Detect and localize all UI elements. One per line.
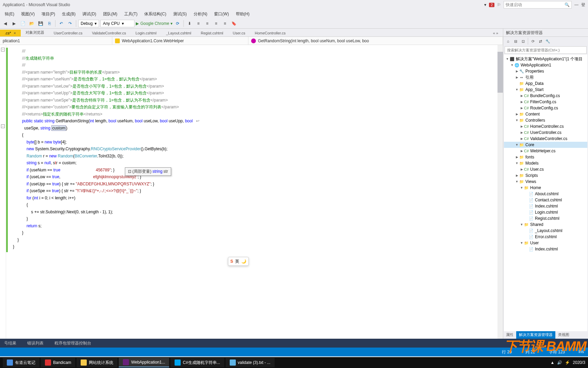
save-all-icon[interactable]: ⎘ <box>46 20 53 27</box>
sogou-icon[interactable]: S <box>230 259 233 264</box>
tree-node[interactable]: ▶C#HomeController.cs <box>504 123 587 129</box>
clock[interactable]: 2020/3 <box>573 360 585 365</box>
tree-node[interactable]: ▶📁fonts <box>504 154 587 160</box>
tree-node[interactable]: 📄_Layout.cshtml <box>504 228 587 234</box>
tree-node[interactable]: ▶C#ValidateController.cs <box>504 136 587 142</box>
menu-item[interactable]: 项目(P) <box>38 11 59 17</box>
member-combo[interactable]: GetRandomString(int length, bool useNum,… <box>248 37 503 45</box>
platform-combo[interactable]: Any CPU▾ <box>100 20 134 27</box>
flag-icon[interactable]: ▾ <box>484 2 486 7</box>
home-icon[interactable]: ⌂ <box>505 38 511 45</box>
notification-badge[interactable]: 2 <box>489 3 494 7</box>
redo-icon[interactable]: ↷ <box>66 20 74 27</box>
tray-icon[interactable]: ⚡ <box>565 360 570 365</box>
file-tab[interactable]: UserController.cs <box>49 30 87 36</box>
tree-node[interactable]: ▶▪▪引用 <box>504 74 587 80</box>
tree-node[interactable]: 📄Index.cshtml <box>504 246 587 252</box>
menu-item[interactable]: 分析(N) <box>190 11 211 17</box>
refresh-icon[interactable]: ⟳ <box>174 20 181 27</box>
tree-node[interactable]: 📄Regist.cshtml <box>504 215 587 221</box>
minimize-icon[interactable]: — <box>574 2 578 7</box>
fold-toggle[interactable]: − <box>1 124 5 128</box>
tree-node[interactable]: ▶📁Content <box>504 111 587 117</box>
config-combo[interactable]: Debug▾ <box>78 20 99 27</box>
quick-launch-box[interactable]: 🔍 <box>504 1 572 9</box>
file-tab[interactable]: User.cs <box>228 30 250 36</box>
solution-tree[interactable]: ▼⬛解决方案"WebApplication1"(1 个项目▼🌐WebApplic… <box>504 55 587 331</box>
taskbar-item[interactable]: 网站统计系统 <box>77 358 117 367</box>
taskbar-item[interactable]: WebApplication1... <box>119 358 169 367</box>
indent-icon[interactable]: ≡ <box>195 20 202 27</box>
forward-icon[interactable]: ▶ <box>10 20 18 27</box>
file-tab[interactable]: _Layout.cshtml <box>161 30 196 36</box>
tree-node[interactable]: ▼📁Views <box>504 179 587 185</box>
menu-item[interactable]: 团队(M) <box>100 11 121 17</box>
ime-lang[interactable]: 英 <box>235 259 239 264</box>
menu-item[interactable]: 生成(B) <box>59 11 79 17</box>
output-tab[interactable]: 错误列表 <box>24 340 46 347</box>
menu-item[interactable]: 工具(T) <box>121 11 141 17</box>
open-icon[interactable]: 📂 <box>28 20 35 27</box>
file-tab[interactable]: Login.cshtml <box>131 30 161 36</box>
tree-node[interactable]: ▶C#UserController.cs <box>504 129 587 136</box>
tree-node[interactable]: ▼📁Core <box>504 142 587 148</box>
ime-toolbar[interactable]: S 英 🌙 <box>228 257 249 266</box>
solution-search[interactable] <box>505 46 587 54</box>
tray-icon[interactable]: ▲ <box>550 360 554 365</box>
collapse-icon[interactable]: ⊟ <box>512 38 519 45</box>
tree-node[interactable]: 📄Index.cshtml <box>504 203 587 209</box>
tab-overflow[interactable]: « » <box>488 30 503 36</box>
output-tab[interactable]: 号结果 <box>1 340 19 347</box>
menu-item[interactable]: 测试(S) <box>170 11 190 17</box>
tree-node[interactable]: 📄Login.cshtml <box>504 209 587 215</box>
menu-item[interactable]: 窗口(W) <box>211 11 232 17</box>
file-tab[interactable]: Regist.cshtml <box>196 30 228 36</box>
file-tab[interactable]: ValidateController.cs <box>87 30 131 36</box>
output-tab[interactable]: 程序包管理器控制台 <box>52 340 94 347</box>
tray-icon[interactable]: 🔊 <box>557 360 562 365</box>
run-button[interactable]: ▶ Google Chrome ▾ <box>136 21 173 26</box>
taskbar-item[interactable]: validate (3).txt - ... <box>226 358 275 367</box>
tree-node[interactable]: 📁App_Data <box>504 80 587 87</box>
sync-icon[interactable]: ⇄ <box>537 38 544 45</box>
tree-node[interactable]: ▼📁Shared <box>504 221 587 228</box>
login-link[interactable]: 登 <box>581 2 585 8</box>
taskbar-item[interactable]: 有道云笔记 <box>3 358 39 367</box>
tree-node[interactable]: 📄About.cshtml <box>504 191 587 197</box>
tree-node[interactable]: ▶C#WebHelper.cs <box>504 148 587 154</box>
tree-node[interactable]: ▼📁Home <box>504 185 587 191</box>
tree-node[interactable]: ▼🌐WebApplication1 <box>504 62 587 68</box>
tree-node[interactable]: ▶C#FilterConfig.cs <box>504 99 587 105</box>
tree-node[interactable]: ▶📁Scripts <box>504 172 587 179</box>
file-tab[interactable]: .cs* <box>0 30 21 36</box>
tree-node[interactable]: ▼📁App_Start <box>504 87 587 93</box>
menu-item[interactable]: 帮助(H) <box>232 11 253 17</box>
tree-node[interactable]: ▶C#BundleConfig.cs <box>504 93 587 99</box>
bookmark-icon[interactable]: 🔖 <box>230 20 238 27</box>
feedback-icon[interactable]: ⚐ <box>497 2 501 7</box>
tree-node[interactable]: ▶C#User.cs <box>504 166 587 172</box>
menu-item[interactable]: 调试(D) <box>79 11 100 17</box>
tree-node[interactable]: ▼📁Models <box>504 160 587 166</box>
menu-item[interactable]: 体系结构(C) <box>141 11 170 17</box>
fold-toggle[interactable]: − <box>1 48 5 51</box>
tree-node[interactable]: ▼⬛解决方案"WebApplication1"(1 个项目 <box>504 56 587 62</box>
tree-node[interactable]: 📄Contact.cshtml <box>504 197 587 203</box>
tree-node[interactable]: ▶C#RouteConfig.cs <box>504 105 587 111</box>
taskbar-item[interactable]: C#生成随机字符串... <box>170 358 224 367</box>
quick-launch-input[interactable] <box>506 2 565 7</box>
step-icon[interactable]: ⬇ <box>186 20 193 27</box>
save-icon[interactable]: 💾 <box>37 20 44 27</box>
uncomment-icon[interactable]: ≡ <box>221 20 229 27</box>
undo-icon[interactable]: ↶ <box>58 20 65 27</box>
tree-node[interactable]: ▼📁Controllers <box>504 117 587 123</box>
new-project-icon[interactable]: 📄 <box>19 20 27 27</box>
solution-search-input[interactable] <box>505 46 587 54</box>
back-icon[interactable]: ◀ <box>1 20 9 27</box>
code-editor[interactable]: − − /// ///生成随机字符串 /// ///<param name="l… <box>0 45 503 339</box>
outdent-icon[interactable]: ≡ <box>203 20 211 27</box>
tree-node[interactable]: ▶🔧Properties <box>504 68 587 74</box>
tree-node[interactable]: 📄Error.cshtml <box>504 234 587 240</box>
project-combo[interactable]: plication1 <box>0 37 112 45</box>
comment-icon[interactable]: ≡ <box>212 20 220 27</box>
